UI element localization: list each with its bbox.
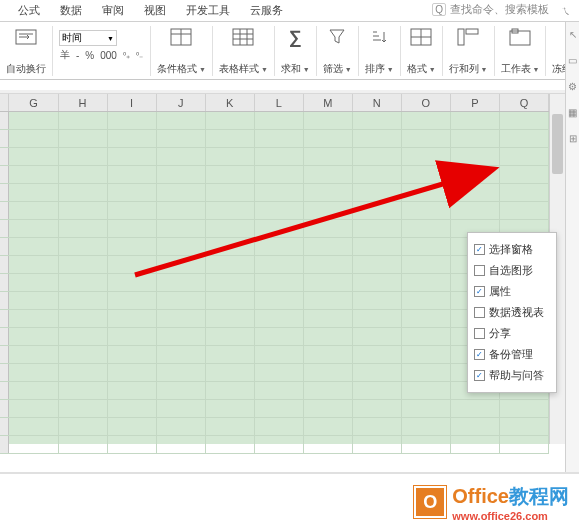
row-header[interactable] (0, 112, 9, 129)
cell[interactable] (9, 184, 58, 201)
col-corner[interactable] (0, 94, 9, 111)
cell[interactable] (157, 112, 206, 129)
row-header[interactable] (0, 220, 9, 237)
tab-data[interactable]: 数据 (50, 3, 92, 18)
cell[interactable] (108, 184, 157, 201)
cell[interactable] (304, 148, 353, 165)
cell[interactable] (9, 202, 58, 219)
checkbox[interactable] (474, 328, 485, 339)
checkbox[interactable] (474, 349, 485, 360)
row-header[interactable] (0, 328, 9, 345)
cell[interactable] (402, 184, 451, 201)
cell[interactable] (9, 310, 58, 327)
cell[interactable] (108, 112, 157, 129)
cell[interactable] (402, 382, 451, 399)
cell[interactable] (108, 346, 157, 363)
cell[interactable] (206, 238, 255, 255)
cursor-icon[interactable]: ↖ (567, 28, 579, 40)
cell[interactable] (9, 400, 58, 417)
cell[interactable] (451, 130, 500, 147)
cell[interactable] (59, 220, 108, 237)
currency-button[interactable]: 羊 (59, 48, 71, 62)
cell[interactable] (304, 346, 353, 363)
cell[interactable] (108, 202, 157, 219)
thousands-button[interactable]: 000 (99, 50, 118, 61)
rowcol-button[interactable]: 行和列▼ (443, 26, 495, 76)
cell[interactable] (59, 148, 108, 165)
cell[interactable] (353, 292, 402, 309)
cell[interactable] (108, 436, 157, 453)
cell[interactable] (9, 292, 58, 309)
cell[interactable] (9, 112, 58, 129)
cell[interactable] (9, 148, 58, 165)
cell[interactable] (9, 238, 58, 255)
cell[interactable] (353, 130, 402, 147)
cell[interactable] (402, 346, 451, 363)
cell[interactable] (108, 328, 157, 345)
cell[interactable] (206, 256, 255, 273)
cell[interactable] (9, 418, 58, 435)
cell[interactable] (353, 274, 402, 291)
col-header[interactable]: L (255, 94, 304, 111)
cell[interactable] (157, 148, 206, 165)
cell[interactable] (59, 400, 108, 417)
cell[interactable] (206, 148, 255, 165)
cell[interactable] (402, 220, 451, 237)
cell[interactable] (255, 436, 304, 453)
cell[interactable] (402, 148, 451, 165)
cell[interactable] (304, 220, 353, 237)
row-header[interactable] (0, 292, 9, 309)
cell[interactable] (304, 382, 353, 399)
cell[interactable] (59, 256, 108, 273)
cell[interactable] (304, 256, 353, 273)
cell[interactable] (108, 382, 157, 399)
cell[interactable] (255, 328, 304, 345)
col-header[interactable]: P (451, 94, 500, 111)
col-header[interactable]: O (402, 94, 451, 111)
cell[interactable] (206, 130, 255, 147)
cell[interactable] (108, 418, 157, 435)
cell[interactable] (108, 400, 157, 417)
cell[interactable] (402, 436, 451, 453)
cell[interactable] (402, 130, 451, 147)
checkbox[interactable] (474, 370, 485, 381)
cell[interactable] (59, 328, 108, 345)
cell[interactable] (157, 328, 206, 345)
cell[interactable] (59, 310, 108, 327)
cell[interactable] (451, 166, 500, 183)
tab-formula[interactable]: 公式 (8, 3, 50, 18)
cell[interactable] (353, 436, 402, 453)
worksheet-button[interactable]: 工作表▼ (495, 26, 547, 76)
cell[interactable] (451, 184, 500, 201)
cell[interactable] (59, 418, 108, 435)
col-header[interactable]: H (59, 94, 108, 111)
cell[interactable] (9, 274, 58, 291)
cell[interactable] (157, 274, 206, 291)
cell[interactable] (59, 184, 108, 201)
cell[interactable] (353, 400, 402, 417)
cell[interactable] (500, 184, 549, 201)
checkbox[interactable] (474, 244, 485, 255)
cell[interactable] (500, 148, 549, 165)
cell[interactable] (59, 112, 108, 129)
cell[interactable] (304, 328, 353, 345)
cell[interactable] (255, 220, 304, 237)
tab-devtools[interactable]: 开发工具 (176, 3, 240, 18)
cond-format-button[interactable]: 条件格式▼ (151, 26, 213, 76)
popup-option[interactable]: 数据透视表 (472, 302, 552, 323)
col-header[interactable]: K (206, 94, 255, 111)
row-header[interactable] (0, 184, 9, 201)
cell[interactable] (157, 292, 206, 309)
cell[interactable] (451, 148, 500, 165)
cell[interactable] (255, 364, 304, 381)
cell[interactable] (108, 238, 157, 255)
cell[interactable] (206, 310, 255, 327)
cell[interactable] (402, 274, 451, 291)
cell[interactable] (402, 238, 451, 255)
cell[interactable] (206, 436, 255, 453)
percent-button[interactable]: % (84, 50, 95, 61)
cell[interactable] (59, 274, 108, 291)
autowrap-button[interactable]: 自动换行 (0, 26, 53, 76)
cell[interactable] (451, 112, 500, 129)
cell[interactable] (353, 112, 402, 129)
